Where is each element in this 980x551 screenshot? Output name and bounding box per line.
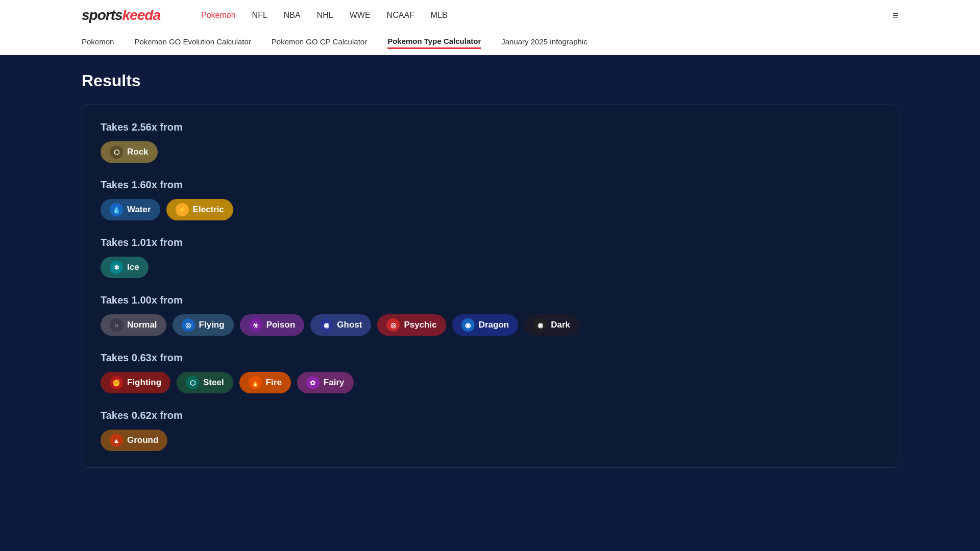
psychic-label: Psychic [404,320,436,330]
ice-icon: ❄ [110,261,123,274]
ghost-icon: ◉ [320,318,333,332]
nav-item-nba[interactable]: NBA [284,11,301,20]
section-title-1-60x: Takes 1.60x from [101,179,879,191]
section-0-62x: Takes 0.62x from ▲ Ground [101,410,879,451]
water-icon: 💧 [110,203,123,216]
nav-item-ncaaf[interactable]: NCAAF [387,11,414,20]
psychic-icon: ◎ [386,318,400,332]
rock-icon: ⬡ [110,145,123,159]
section-0-63x: Takes 0.63x from ✊ Fighting ⬡ Steel 🔥 Fi… [101,352,879,393]
ground-icon: ▲ [110,434,123,447]
type-badges-2-56x: ⬡ Rock [101,141,879,163]
type-badges-0-63x: ✊ Fighting ⬡ Steel 🔥 Fire ✿ Fairy [101,372,879,393]
section-1-60x: Takes 1.60x from 💧 Water ⚡ Electric [101,179,879,220]
type-badges-1-60x: 💧 Water ⚡ Electric [101,199,879,220]
ground-label: Ground [127,435,158,445]
fire-icon: 🔥 [249,376,262,389]
section-title-0-62x: Takes 0.62x from [101,410,879,421]
electric-label: Electric [193,205,224,215]
water-label: Water [127,205,151,215]
nav-item-mlb[interactable]: MLB [431,11,448,20]
menu-icon[interactable]: ≡ [892,10,898,21]
type-badge-water: 💧 Water [101,199,160,220]
site-logo[interactable]: sportskeeda [82,7,160,23]
type-badge-ghost: ◉ Ghost [310,314,371,336]
type-badge-fairy: ✿ Fairy [297,372,354,393]
results-heading: Results [82,71,898,90]
subnav-type-calc[interactable]: Pokemon Type Calculator [387,37,481,49]
section-title-1-01x: Takes 1.01x from [101,237,879,248]
section-title-2-56x: Takes 2.56x from [101,121,879,133]
type-badges-1-00x: ○ Normal ◎ Flying ☣ Poison ◉ Ghost ◎ P [101,314,879,336]
main-content: Results Takes 2.56x from ⬡ Rock Takes 1.… [0,55,980,484]
type-badge-steel: ⬡ Steel [177,372,233,393]
poison-label: Poison [266,320,296,330]
section-title-0-63x: Takes 0.63x from [101,352,879,364]
type-badges-0-62x: ▲ Ground [101,430,879,451]
subnav-go-cp[interactable]: Pokemon GO CP Calculator [272,37,367,48]
nav-item-pokemon[interactable]: Pokemon [201,11,236,20]
type-badge-psychic: ◎ Psychic [377,314,446,336]
type-badge-flying: ◎ Flying [173,314,234,336]
subnav-jan-2025[interactable]: January 2025 infographic [501,37,587,48]
subnav-go-evolution[interactable]: Pokemon GO Evolution Calculator [134,37,251,48]
electric-icon: ⚡ [176,203,189,216]
type-badge-normal: ○ Normal [101,314,166,336]
nav-item-wwe[interactable]: WWE [350,11,371,20]
site-header: sportskeeda Pokemon NFL NBA NHL WWE NCAA… [0,0,980,31]
type-badge-dragon: ◉ Dragon [452,314,519,336]
section-1-01x: Takes 1.01x from ❄ Ice [101,237,879,278]
type-badges-1-01x: ❄ Ice [101,257,879,278]
flying-label: Flying [199,320,225,330]
nav-item-nfl[interactable]: NFL [252,11,267,20]
fighting-icon: ✊ [110,376,123,389]
normal-icon: ○ [110,318,123,332]
type-badge-dark: ◉ Dark [524,314,579,336]
type-badge-electric: ⚡ Electric [166,199,233,220]
poison-icon: ☣ [249,318,262,332]
flying-icon: ◎ [182,318,195,332]
ghost-label: Ghost [337,320,362,330]
type-badge-ground: ▲ Ground [101,430,167,451]
section-title-1-00x: Takes 1.00x from [101,294,879,306]
ice-label: Ice [127,262,139,272]
rock-label: Rock [127,147,149,157]
section-1-00x: Takes 1.00x from ○ Normal ◎ Flying ☣ Poi… [101,294,879,336]
type-badge-fighting: ✊ Fighting [101,372,170,393]
steel-icon: ⬡ [186,376,199,389]
fighting-label: Fighting [127,378,161,388]
type-badge-rock: ⬡ Rock [101,141,158,163]
main-nav: Pokemon NFL NBA NHL WWE NCAAF MLB ≡ [201,10,898,21]
fairy-label: Fairy [324,378,345,388]
type-badge-poison: ☣ Poison [240,314,305,336]
normal-label: Normal [127,320,157,330]
dragon-label: Dragon [479,320,509,330]
type-badge-fire: 🔥 Fire [239,372,291,393]
nav-item-nhl[interactable]: NHL [317,11,333,20]
type-badge-ice: ❄ Ice [101,257,149,278]
fairy-icon: ✿ [306,376,320,389]
steel-label: Steel [203,378,224,388]
results-card: Takes 2.56x from ⬡ Rock Takes 1.60x from… [82,105,898,468]
dark-icon: ◉ [533,318,547,332]
fire-label: Fire [266,378,282,388]
section-2-56x: Takes 2.56x from ⬡ Rock [101,121,879,163]
sub-nav: Pokemon Pokemon GO Evolution Calculator … [0,31,980,55]
dragon-icon: ◉ [461,318,475,332]
subnav-pokemon[interactable]: Pokemon [82,37,114,48]
dark-label: Dark [551,320,570,330]
